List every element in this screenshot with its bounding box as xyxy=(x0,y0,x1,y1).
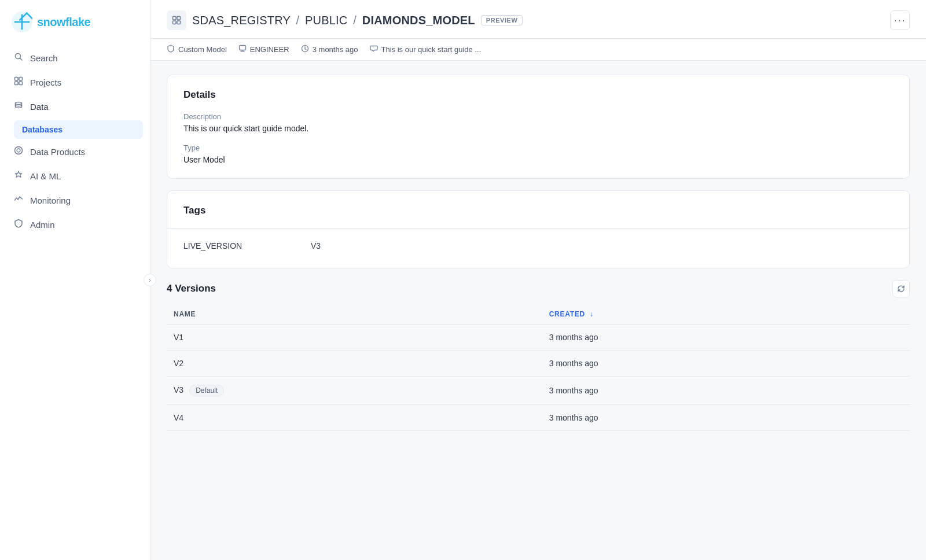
meta-time-text: 3 months ago xyxy=(313,45,358,54)
svg-rect-16 xyxy=(239,46,245,50)
table-row[interactable]: V3Default3 months ago xyxy=(167,377,910,405)
svg-line-6 xyxy=(20,58,23,61)
svg-rect-12 xyxy=(173,17,177,20)
table-row[interactable]: V13 months ago xyxy=(167,325,910,351)
custom-model-icon xyxy=(167,45,175,54)
logo-text: snowflake xyxy=(37,16,90,29)
meta-time: 3 months ago xyxy=(301,45,358,54)
meta-description-text: This is our quick start guide ... xyxy=(381,45,482,54)
sort-arrow: ↓ xyxy=(590,310,594,318)
monitoring-icon xyxy=(14,194,23,206)
svg-rect-9 xyxy=(15,82,19,85)
preview-badge: PREVIEW xyxy=(481,15,523,25)
search-icon xyxy=(14,52,23,64)
ai-ml-icon xyxy=(14,170,23,182)
description-label: Description xyxy=(183,112,893,121)
details-card: Details Description This is our quick st… xyxy=(167,75,910,179)
svg-rect-13 xyxy=(177,17,181,20)
sidebar-item-projects-label: Projects xyxy=(30,78,61,87)
sidebar-item-data-products-label: Data Products xyxy=(30,147,85,157)
breadcrumb-sep1: / xyxy=(296,14,299,27)
sidebar-item-search[interactable]: Search xyxy=(7,46,143,69)
svg-point-11 xyxy=(16,102,22,105)
col-created[interactable]: CREATED ↓ xyxy=(542,304,910,325)
sidebar-item-databases[interactable]: Databases xyxy=(14,120,143,139)
main-content: SDAS_REGISTRY / PUBLIC / DIAMONDS_MODEL … xyxy=(150,0,926,560)
svg-rect-2 xyxy=(14,21,30,23)
sidebar-item-monitoring[interactable]: Monitoring xyxy=(7,189,143,212)
version-name: V4 xyxy=(167,405,542,431)
sidebar-collapse-button[interactable]: › xyxy=(144,274,156,286)
version-created: 3 months ago xyxy=(542,351,910,377)
meta-author: ENGINEER xyxy=(238,45,289,54)
sidebar-item-data[interactable]: Data xyxy=(7,95,143,118)
type-label: Type xyxy=(183,143,893,152)
data-products-icon xyxy=(14,146,23,157)
version-created: 3 months ago xyxy=(542,325,910,351)
tags-card: Tags LIVE_VERSION V3 xyxy=(167,190,910,268)
sidebar-item-monitoring-label: Monitoring xyxy=(30,196,71,205)
tag-key: LIVE_VERSION xyxy=(183,241,288,250)
more-icon: ··· xyxy=(894,14,906,27)
meta-row: Custom Model ENGINEER 3 months ago This … xyxy=(150,39,926,61)
meta-type: Custom Model xyxy=(167,45,227,54)
version-created: 3 months ago xyxy=(542,405,910,431)
type-value: User Model xyxy=(183,155,893,164)
version-name: V3Default xyxy=(167,377,542,405)
sidebar-item-admin-label: Admin xyxy=(30,220,55,230)
comment-icon xyxy=(370,45,378,54)
admin-icon xyxy=(14,219,23,230)
breadcrumb-icon xyxy=(167,10,186,30)
svg-rect-10 xyxy=(19,82,23,85)
versions-header: 4 Versions xyxy=(167,280,910,304)
details-card-title: Details xyxy=(183,89,893,101)
sidebar-item-databases-label: Databases xyxy=(22,125,63,134)
svg-rect-7 xyxy=(15,78,19,81)
sidebar-item-ai-ml[interactable]: AI & ML xyxy=(7,164,143,187)
breadcrumb-part1: SDAS_REGISTRY xyxy=(192,14,291,27)
sidebar: snowflake Search Projects Data xyxy=(0,0,150,560)
svg-rect-15 xyxy=(177,21,181,24)
description-value: This is our quick start guide model. xyxy=(183,124,893,133)
tag-value: V3 xyxy=(311,241,321,250)
sidebar-nav: Search Projects Data Databases xyxy=(0,46,150,236)
table-row[interactable]: V43 months ago xyxy=(167,405,910,431)
sidebar-sub-nav: Databases xyxy=(7,120,143,139)
meta-type-text: Custom Model xyxy=(178,45,227,54)
refresh-button[interactable] xyxy=(892,280,910,297)
breadcrumb-sep2: / xyxy=(353,14,360,27)
col-name: NAME xyxy=(167,304,542,325)
tags-card-title: Tags xyxy=(183,205,893,216)
versions-section: 4 Versions NAME CREATED ↓ xyxy=(167,280,910,431)
version-created: 3 months ago xyxy=(542,377,910,405)
versions-count: 4 Versions xyxy=(167,283,216,294)
sidebar-item-admin[interactable]: Admin xyxy=(7,213,143,236)
sidebar-item-search-label: Search xyxy=(30,53,58,63)
sidebar-item-data-label: Data xyxy=(30,102,49,112)
svg-rect-14 xyxy=(173,21,177,24)
projects-icon xyxy=(14,76,23,88)
page-header: SDAS_REGISTRY / PUBLIC / DIAMONDS_MODEL … xyxy=(150,0,926,39)
version-name: V2 xyxy=(167,351,542,377)
sidebar-item-ai-ml-label: AI & ML xyxy=(30,171,61,181)
breadcrumb: SDAS_REGISTRY / PUBLIC / DIAMONDS_MODEL … xyxy=(167,10,523,30)
snowflake-logo-icon xyxy=(12,12,32,32)
author-icon xyxy=(238,45,247,54)
logo: snowflake xyxy=(0,0,150,46)
tags-divider xyxy=(167,228,909,229)
tag-row: LIVE_VERSION V3 xyxy=(183,238,893,254)
sidebar-item-data-products[interactable]: Data Products xyxy=(7,140,143,163)
meta-author-text: ENGINEER xyxy=(250,45,289,54)
breadcrumb-part2: PUBLIC xyxy=(305,14,347,27)
version-name: V1 xyxy=(167,325,542,351)
table-row[interactable]: V23 months ago xyxy=(167,351,910,377)
breadcrumb-title: SDAS_REGISTRY / PUBLIC / DIAMONDS_MODEL xyxy=(192,14,475,27)
default-badge: Default xyxy=(189,385,224,396)
breadcrumb-part3: DIAMONDS_MODEL xyxy=(362,14,475,27)
content-area: Details Description This is our quick st… xyxy=(150,61,926,445)
meta-description: This is our quick start guide ... xyxy=(370,45,482,54)
sidebar-item-projects[interactable]: Projects xyxy=(7,71,143,94)
versions-table: NAME CREATED ↓ V13 months agoV23 months … xyxy=(167,304,910,431)
more-options-button[interactable]: ··· xyxy=(890,10,910,30)
svg-rect-8 xyxy=(19,78,23,81)
